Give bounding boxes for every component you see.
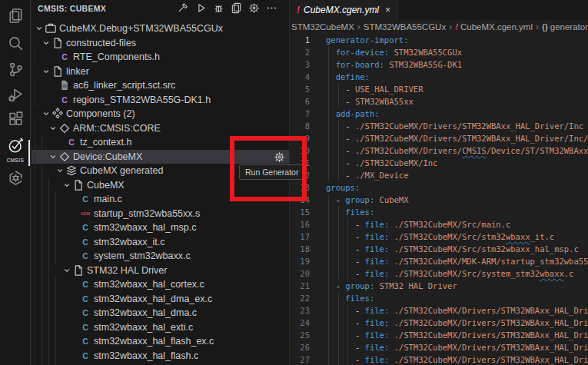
tree-item-linker[interactable]: linker (32, 65, 289, 79)
tree-item-ac6-linker-script-sct-src[interactable]: ac6_linker_script.sct.src (32, 78, 289, 93)
activity-item-search[interactable] (0, 34, 31, 55)
line-number[interactable]: 21 (290, 280, 310, 292)
more-actions-button[interactable] (266, 4, 277, 15)
tree-item-stm32-hal-driver[interactable]: STM32 HAL Driver (32, 264, 289, 278)
tab-cubemx-cgen-yml[interactable]: ! CubeMX.cgen.yml × (290, 0, 398, 20)
activity-item-run-debug[interactable] (0, 85, 31, 107)
chevron-down-icon[interactable] (41, 65, 51, 78)
code-line-7[interactable]: 7 add-path: (290, 108, 588, 120)
line-number[interactable]: 2 (290, 46, 310, 58)
code-line-22[interactable]: 22 files: (290, 292, 588, 304)
code-line-16[interactable]: 16 - file: ./STM32CubeMX/Src/main.c (290, 218, 588, 231)
code-line-26[interactable]: 26 - file: ./STM32CubeMX/Drivers/STM32WB… (290, 341, 588, 353)
code-line-2[interactable]: 2 for-device: STM32WBA55CGUx (290, 46, 588, 58)
code-line-13[interactable]: 13groups: (290, 181, 588, 194)
activity-item-arm-tools[interactable] (0, 168, 31, 190)
build-button[interactable] (178, 4, 189, 15)
line-number[interactable]: 8 (290, 120, 310, 132)
breadcrumb-item-cubemx-cgen-yml[interactable]: !CubeMX.cgen.yml (455, 22, 533, 32)
chevron-down-icon[interactable] (48, 122, 58, 134)
line-number[interactable]: 10 (290, 144, 310, 157)
line-number[interactable]: 25 (290, 329, 310, 341)
tree-item-startup-stm32wba55xx-s[interactable]: ASMstartup_stm32wba55xx.s (32, 207, 289, 221)
code-line-4[interactable]: 4 define: (290, 71, 588, 83)
chevron-down-icon[interactable] (41, 108, 51, 120)
tree-item-stm32wbaxx-hal-exti-c[interactable]: Cstm32wbaxx_hal_exti.c (32, 320, 289, 335)
chevron-down-icon[interactable] (41, 37, 51, 49)
tree-item-stm32wbaxx-it-c[interactable]: Cstm32wbaxx_it.c (32, 235, 289, 250)
code-line-15[interactable]: 15 files: (290, 206, 588, 218)
line-number[interactable]: 16 (290, 218, 310, 231)
tree-item-cubemx[interactable]: CubeMX (32, 178, 289, 193)
code-line-1[interactable]: 1generator-import: (290, 34, 588, 46)
code-line-5[interactable]: 5 - USE_HAL_DRIVER (290, 83, 588, 95)
code-line-27[interactable]: 27 - file: ./STM32CubeMX/Drivers/STM32WB… (290, 353, 588, 365)
chevron-down-icon[interactable] (48, 151, 58, 163)
tree-item-arm-cmsis-core[interactable]: ARM::CMSIS:CORE (32, 121, 289, 136)
code-line-10[interactable]: 10 - ./STM32CubeMX/Drivers/CMSIS/Device/… (290, 144, 588, 157)
manage-solution-button[interactable] (231, 4, 242, 15)
tree-item-system-stm32wbaxx-c[interactable]: Csystem_stm32wbaxx.c (32, 249, 289, 264)
chevron-down-icon[interactable] (34, 22, 45, 35)
tree-item-stm32wbaxx-hal-dma-ex-c[interactable]: Cstm32wbaxx_hal_dma_ex.c (32, 292, 289, 307)
run-button[interactable] (195, 4, 207, 15)
settings-button[interactable] (248, 4, 260, 15)
code-line-23[interactable]: 23 - file: ./STM32CubeMX/Drivers/STM32WB… (290, 304, 588, 317)
code-editor[interactable]: 1generator-import:2 for-device: STM32WBA… (290, 34, 588, 365)
line-number[interactable]: 7 (290, 108, 310, 120)
chevron-down-icon[interactable] (61, 264, 72, 277)
code-line-9[interactable]: 9 - ./STM32CubeMX/Drivers/STM32WBAxx_HAL… (290, 132, 588, 144)
line-number[interactable]: 4 (290, 71, 310, 83)
code-line-21[interactable]: 21 - group: STM32 HAL Driver (290, 280, 588, 292)
line-number[interactable]: 15 (290, 206, 310, 218)
line-number[interactable]: 17 (290, 231, 310, 243)
tree-item-stm32wbaxx-hal-msp-c[interactable]: Cstm32wbaxx_hal_msp.c (32, 221, 289, 235)
line-number[interactable]: 6 (290, 95, 310, 108)
line-number[interactable]: 26 (290, 341, 310, 353)
tree-item-device-cubemx[interactable]: Device:CubeMX (32, 150, 289, 164)
line-number[interactable]: 5 (290, 83, 310, 95)
code-line-8[interactable]: 8 - ./STM32CubeMX/Drivers/STM32WBAxx_HAL… (290, 120, 588, 132)
code-line-20[interactable]: 20 - file: ./STM32CubeMX/Src/system_stm3… (290, 267, 588, 280)
activity-item-extensions[interactable] (0, 109, 31, 131)
line-number[interactable]: 20 (290, 267, 310, 280)
debug-button[interactable] (213, 4, 224, 15)
chevron-down-icon[interactable] (55, 164, 65, 177)
code-line-25[interactable]: 25 - file: ./STM32CubeMX/Drivers/STM32WB… (290, 329, 588, 341)
line-number[interactable]: 24 (290, 317, 310, 329)
code-line-12[interactable]: 12 - ./MX_Device (290, 169, 588, 181)
tree-item-stm32wbaxx-hal-cortex-c[interactable]: Cstm32wbaxx_hal_cortex.c (32, 277, 289, 292)
close-icon[interactable]: × (385, 5, 390, 15)
tree-item-main-c[interactable]: Cmain.c (32, 192, 289, 207)
tree-item-stm32wbaxx-hal-dma-c[interactable]: Cstm32wbaxx_hal_dma.c (32, 306, 289, 320)
activity-item-cmsis[interactable]: CMSIS (0, 137, 31, 163)
tree-item-stm32wbaxx-hal-flash-ex-c[interactable]: Cstm32wbaxx_hal_flash_ex.c (32, 334, 289, 349)
line-number[interactable]: 22 (290, 292, 310, 304)
activity-item-explorer[interactable] (0, 6, 31, 28)
tree-item-cubemx-debug-stm32wba55cgux[interactable]: CubeMX.Debug+STM32WBA55CGUx (32, 22, 289, 36)
line-number[interactable]: 1 (290, 34, 310, 46)
tree-item-regions-stm32wba55g-dk1-h[interactable]: Cregions_STM32WBA55G-DK1.h (32, 93, 289, 108)
tree-item-rte-components-h[interactable]: CRTE_Components.h (32, 50, 289, 65)
code-line-11[interactable]: 11 - ./STM32CubeMX/Inc (290, 157, 588, 169)
breadcrumb-item-generator-import[interactable]: {}generator-import (542, 22, 588, 32)
line-number[interactable]: 18 (290, 243, 310, 255)
tree-item-constructed-files[interactable]: constructed-files (32, 36, 289, 51)
tree-item-tz-context-h[interactable]: Ctz_context.h (32, 135, 289, 150)
tree-item-stm32wbaxx-hal-flash-c[interactable]: Cstm32wbaxx_hal_flash.c (32, 349, 289, 363)
line-number[interactable]: 14 (290, 194, 310, 206)
code-line-19[interactable]: 19 - file: ./STM32CubeMX/MDK-ARM/startup… (290, 255, 588, 267)
activity-item-source-control[interactable] (0, 60, 31, 81)
code-line-18[interactable]: 18 - file: ./STM32CubeMX/Src/stm32wbaxx_… (290, 243, 588, 255)
chevron-down-icon[interactable] (61, 179, 72, 191)
run-generator-button[interactable] (274, 151, 285, 163)
code-line-14[interactable]: 14 - group: CubeMX (290, 194, 588, 206)
code-line-6[interactable]: 6 - STM32WBA55xx (290, 95, 588, 108)
line-number[interactable]: 23 (290, 304, 310, 317)
breadcrumb-item-stm32wba55cgux[interactable]: STM32WBA55CGUx (364, 22, 446, 32)
line-number[interactable]: 9 (290, 132, 310, 144)
line-number[interactable]: 3 (290, 58, 310, 71)
code-line-3[interactable]: 3 for-board: STM32WBA55G-DK1 (290, 58, 588, 71)
tree-item-components-2[interactable]: Components (2) (32, 107, 289, 121)
code-line-17[interactable]: 17 - file: ./STM32CubeMX/Src/stm32wbaxx_… (290, 231, 588, 243)
